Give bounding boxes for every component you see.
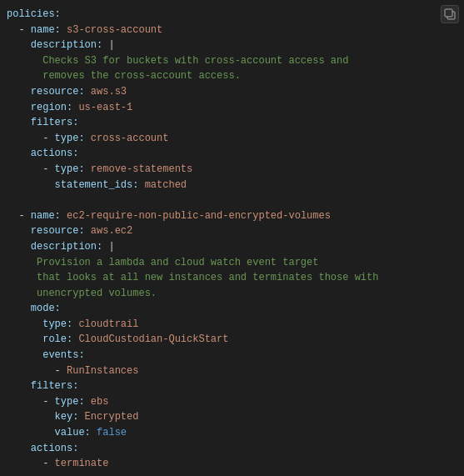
code-line: resource: aws.s3 (7, 84, 464, 100)
code-line (7, 472, 464, 476)
code-line: filters: (7, 378, 464, 394)
code-line: actions: (7, 146, 464, 162)
code-line: - terminate (7, 456, 464, 472)
code-block: policies: - name: s3-cross-account descr… (0, 0, 464, 476)
code-line: role: CloudCustodian-QuickStart (7, 332, 464, 348)
code-line: - RunInstances (7, 363, 464, 379)
code-line: mode: (7, 301, 464, 317)
copy-button[interactable] (441, 5, 459, 23)
code-line: - name: ec2-require-non-public-and-encry… (7, 208, 464, 224)
code-line: Checks S3 for buckets with cross-account… (7, 53, 464, 69)
code-line: Provision a lambda and cloud watch event… (7, 255, 464, 271)
code-line: - type: cross-account (7, 131, 464, 147)
code-line: unencrypted volumes. (7, 286, 464, 302)
code-line: policies: (7, 7, 464, 23)
code-line: filters: (7, 115, 464, 131)
code-line: key: Encrypted (7, 409, 464, 425)
code-line: removes the cross-account access. (7, 68, 464, 84)
code-content: policies: - name: s3-cross-account descr… (7, 7, 464, 476)
code-line: description: | (7, 38, 464, 53)
code-line: actions: (7, 441, 464, 457)
code-line: resource: aws.ec2 (7, 223, 464, 239)
code-line: type: cloudtrail (7, 317, 464, 333)
code-line: description: | (7, 239, 464, 255)
code-line: - type: remove-statements (7, 162, 464, 178)
code-line: - type: ebs (7, 394, 464, 410)
svg-rect-1 (445, 9, 452, 17)
code-line: events: (7, 348, 464, 363)
code-line: - name: s3-cross-account (7, 23, 464, 38)
code-line: value: false (7, 425, 464, 441)
code-line (7, 193, 464, 208)
code-line: region: us-east-1 (7, 100, 464, 116)
code-line: that looks at all new instances and term… (7, 270, 464, 286)
code-line: statement_ids: matched (7, 178, 464, 193)
